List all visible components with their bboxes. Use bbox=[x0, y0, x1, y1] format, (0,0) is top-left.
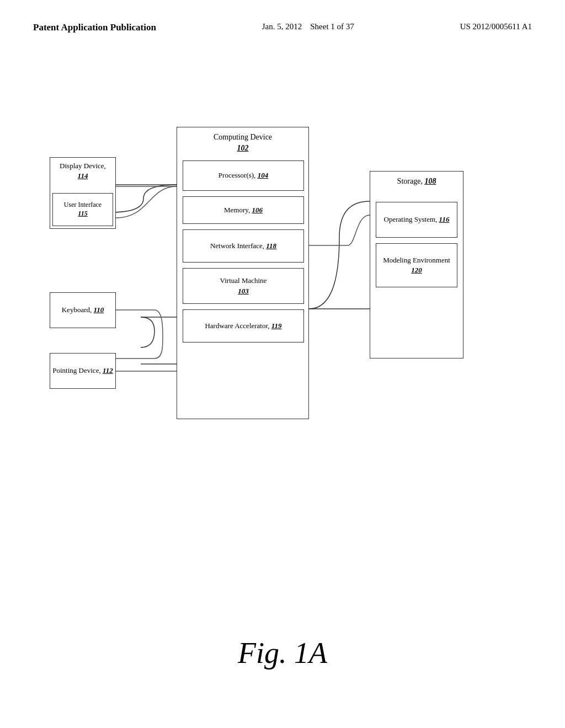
header-left: Patent Application Publication bbox=[33, 22, 156, 33]
fig-label: Fig. 1A bbox=[0, 636, 565, 670]
header-right: US 2012/0005611 A1 bbox=[460, 22, 532, 31]
memory-box: Memory, 106 bbox=[183, 196, 304, 224]
diagram-area: Computing Device 102 Processor(s), 104 M… bbox=[44, 127, 519, 469]
computing-device-label: Computing Device 102 bbox=[177, 132, 308, 153]
hardware-accelerator-box: Hardware Accelerator, 119 bbox=[183, 309, 304, 342]
computing-device-box: Computing Device 102 Processor(s), 104 M… bbox=[177, 127, 309, 419]
virtual-machine-box: Virtual Machine 103 bbox=[183, 268, 304, 304]
modeling-env-box: Modeling Environment 120 bbox=[376, 243, 457, 287]
keyboard-box: Keyboard, 110 bbox=[50, 292, 116, 328]
network-interface-box: Network Interface, 118 bbox=[183, 229, 304, 263]
pointing-device-box: Pointing Device, 112 bbox=[50, 353, 116, 389]
storage-label: Storage, 108 bbox=[370, 176, 463, 187]
user-interface-box: User Interface 115 bbox=[52, 193, 113, 226]
storage-box: Storage, 108 Operating System, 116 Model… bbox=[370, 171, 463, 358]
display-device-box: Display Device, 114 User Interface 115 bbox=[50, 157, 116, 229]
page-header: Patent Application Publication Jan. 5, 2… bbox=[0, 0, 565, 33]
os-box: Operating System, 116 bbox=[376, 202, 457, 238]
header-center: Jan. 5, 2012 Sheet 1 of 37 bbox=[262, 22, 354, 31]
processors-box: Processor(s), 104 bbox=[183, 160, 304, 191]
